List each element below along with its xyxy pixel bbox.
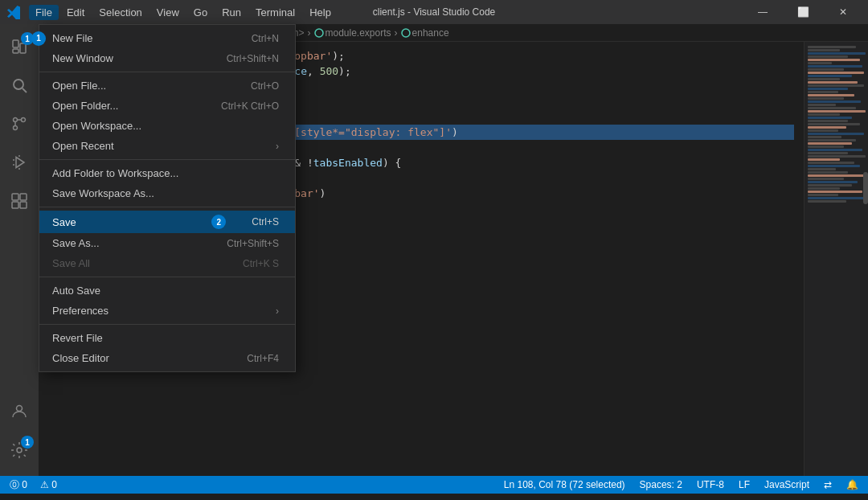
minimize-button[interactable]: — (744, 0, 781, 24)
menu-open-file-shortcut: Ctrl+O (251, 80, 279, 92)
menu-revert-file[interactable]: Revert File (39, 328, 295, 348)
status-warnings[interactable]: ⚠ 0 (37, 479, 60, 490)
menu-open-file[interactable]: Open File... Ctrl+O (39, 76, 295, 96)
status-sync[interactable]: ⇄ (821, 479, 835, 490)
menu-add-folder[interactable]: Add Folder to Workspace... (39, 163, 295, 183)
menu-save-as-shortcut: Ctrl+Shift+S (227, 238, 279, 249)
menu-save-as-label: Save As... (52, 237, 100, 249)
menu-open-recent-label: Open Recent (52, 140, 114, 152)
menu-revert-file-label: Revert File (52, 332, 103, 344)
menu-close-editor[interactable]: Close Editor Ctrl+F4 (39, 348, 295, 368)
menu-open-folder[interactable]: Open Folder... Ctrl+K Ctrl+O (39, 96, 295, 116)
svg-point-7 (14, 126, 18, 130)
menu-go[interactable]: Go (187, 5, 214, 20)
activity-run-debug[interactable] (0, 143, 39, 182)
menu-edit[interactable]: Edit (60, 5, 91, 20)
menu-save-shortcut: Ctrl+S (252, 216, 279, 227)
status-bar-left: ⓪ 0 ⚠ 0 (6, 478, 60, 492)
close-button[interactable]: ✕ (825, 0, 862, 24)
separator-5 (39, 324, 295, 325)
menu-preferences-label: Preferences (52, 305, 108, 317)
svg-rect-11 (20, 202, 27, 208)
menu-view[interactable]: View (150, 5, 186, 20)
title-bar: File Edit Selection View Go Run Terminal… (0, 0, 868, 24)
separator-4 (39, 277, 295, 277)
activity-account[interactable] (0, 392, 39, 431)
svg-point-12 (17, 406, 23, 412)
status-position[interactable]: Ln 108, Col 78 (72 selected) (501, 479, 628, 490)
breadcrumb-item: module.exports (314, 27, 391, 39)
svg-point-3 (14, 80, 23, 89)
breadcrumb-item: enhance (401, 27, 449, 39)
menu-open-recent-arrow: › (276, 141, 279, 152)
svg-point-6 (22, 118, 26, 122)
title-bar-left: File Edit Selection View Go Run Terminal… (6, 5, 338, 20)
minimap (804, 42, 868, 476)
menu-save-workspace-as[interactable]: Save Workspace As... (39, 183, 295, 203)
menu-save-all-shortcut: Ctrl+K S (243, 258, 279, 269)
menu-save-all-label: Save All (52, 257, 90, 269)
menu-open-folder-shortcut: Ctrl+K Ctrl+O (221, 100, 279, 112)
menu-open-recent[interactable]: Open Recent › (39, 136, 295, 156)
status-bell[interactable]: 🔔 (843, 479, 862, 490)
svg-rect-1 (20, 43, 26, 53)
svg-rect-9 (20, 194, 27, 200)
separator-2 (39, 159, 295, 160)
menu-selection[interactable]: Selection (92, 5, 148, 20)
menu-save[interactable]: Save 2 Ctrl+S (39, 211, 295, 233)
vscode-logo (6, 5, 21, 19)
status-language[interactable]: JavaScript (761, 479, 813, 490)
menu-preferences[interactable]: Preferences › (39, 301, 295, 321)
menu-save-all: Save All Ctrl+K S (39, 253, 295, 273)
svg-point-5 (14, 118, 18, 122)
activity-source-control[interactable] (0, 105, 39, 143)
menu-bar: File Edit Selection View Go Run Terminal… (29, 5, 338, 20)
svg-point-18 (402, 29, 410, 37)
svg-point-17 (315, 29, 323, 37)
status-bar-right: Ln 108, Col 78 (72 selected) Spaces: 2 U… (501, 479, 862, 490)
status-line-ending[interactable]: LF (735, 479, 753, 490)
settings-badge: 1 (21, 436, 34, 449)
menu-close-editor-shortcut: Ctrl+F4 (247, 353, 279, 364)
menu-preferences-arrow: › (276, 305, 279, 317)
minimap-content (805, 42, 868, 476)
activity-extensions[interactable] (0, 182, 39, 220)
svg-line-4 (23, 88, 27, 92)
menu-new-window-label: New Window (52, 52, 113, 64)
step-badge-2: 2 (211, 215, 226, 229)
separator-1 (39, 72, 295, 72)
maximize-button[interactable]: ⬜ (784, 0, 821, 24)
status-encoding[interactable]: UTF-8 (694, 479, 727, 490)
menu-run[interactable]: Run (215, 5, 248, 20)
svg-point-13 (17, 448, 22, 453)
menu-auto-save[interactable]: Auto Save (39, 281, 295, 301)
menu-save-as[interactable]: Save As... Ctrl+Shift+S (39, 233, 295, 253)
menu-new-file-label: New File (52, 32, 93, 44)
menu-terminal[interactable]: Terminal (249, 5, 301, 20)
menu-close-editor-label: Close Editor (52, 352, 109, 364)
menu-file[interactable]: File (29, 5, 59, 20)
activity-bottom: 1 (0, 392, 39, 476)
svg-rect-2 (13, 49, 18, 53)
separator-3 (39, 207, 295, 207)
activity-bar: 1 (0, 24, 39, 476)
title-bar-controls: — ⬜ ✕ (744, 0, 862, 24)
menu-help[interactable]: Help (303, 5, 338, 20)
status-errors[interactable]: ⓪ 0 (6, 478, 31, 492)
activity-search[interactable] (0, 66, 39, 105)
svg-rect-0 (13, 40, 18, 47)
svg-rect-10 (12, 202, 18, 208)
menu-auto-save-label: Auto Save (52, 285, 100, 297)
step-badge-1: 1 (31, 31, 46, 46)
activity-settings[interactable]: 1 (0, 431, 39, 469)
menu-save-label: Save (52, 216, 76, 228)
menu-new-file[interactable]: 1 New File Ctrl+N (39, 28, 295, 48)
menu-open-workspace[interactable]: Open Workspace... (39, 116, 295, 136)
menu-open-folder-label: Open Folder... (52, 100, 118, 112)
svg-rect-8 (12, 194, 18, 200)
menu-new-window[interactable]: New Window Ctrl+Shift+N (39, 48, 295, 68)
menu-new-file-shortcut: Ctrl+N (252, 33, 279, 44)
status-spaces[interactable]: Spaces: 2 (637, 479, 686, 490)
file-menu: 1 New File Ctrl+N New Window Ctrl+Shift+… (39, 24, 296, 372)
window-title: client.js - Visual Studio Code (373, 6, 496, 18)
